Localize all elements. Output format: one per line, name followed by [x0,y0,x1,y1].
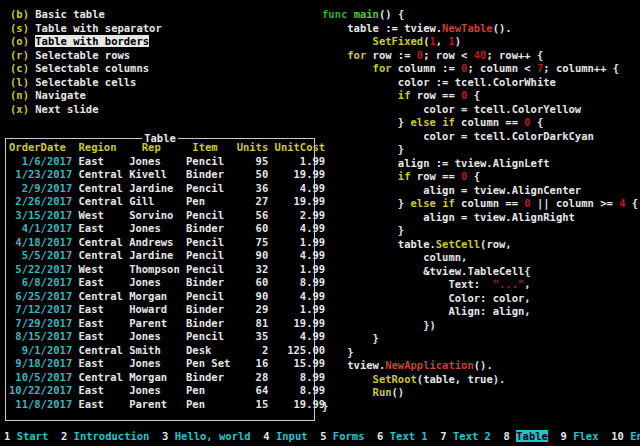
slide-nav-introduction[interactable]: 2 Introduction [61,430,150,442]
code-line: } [322,143,638,157]
cell-units: 36 [237,182,269,194]
cell-item: Pen [186,398,230,410]
menu-item-label: Next slide [35,103,98,115]
slide-nav-forms[interactable]: 5 Forms [320,430,364,442]
cell-region: Central [79,344,123,356]
code-token: ; row < [423,49,474,61]
code-line: } [322,224,638,238]
code-line: table.SetCell(row, [322,238,638,252]
slide-nav-table[interactable]: 8 Table [504,430,548,442]
code-token: || column >= [531,197,620,209]
table-row: 1/6/2017 East Jones Pencil 95 1.99 [9,155,325,169]
table-panel: Table OrderDate Region Rep Item Units Un… [5,138,315,421]
cell-orderdate: 7/12/2017 [9,303,72,315]
code-token: SetCell [436,238,480,250]
code-token: align = tview.AlignCenter [322,184,581,196]
code-token: Text: [322,278,493,290]
menu-item-label: Selectable columns [35,62,149,74]
code-token: for [347,49,366,61]
code-line: } else if column == 0 { [322,116,638,130]
cell-region: East [79,317,123,329]
code-line: SetFixed(1, 1) [322,35,638,49]
code-token: (table, true). [417,373,506,385]
slide-nav-text-2[interactable]: 7 Text 2 [440,430,491,442]
menu-item-table-with-separator[interactable]: (s) Table with separator [10,22,162,36]
menu-item-label: Basic table [35,8,105,20]
slide-number: 9 [561,430,567,442]
slide-nav-hello-world[interactable]: 3 Hello, world [162,430,251,442]
code-token: func [322,8,347,20]
menu-hotkey: (r) [10,49,29,61]
code-line: } else if column == 0 || column >= 4 { [322,197,638,211]
cell-unitcost: 8.99 [275,371,326,383]
code-token: } [322,332,379,344]
cell-item: Pencil [186,209,230,221]
cell-unitcost: 19.99 [275,195,326,207]
cell-orderdate: 7/29/2017 [9,317,72,329]
code-token: Align: align, [322,305,531,317]
source-code: func main() { table := tview.NewTable().… [322,8,638,413]
menu-hotkey: (s) [10,22,29,34]
slide-number: 5 [320,430,326,442]
slide-menu: (b) Basic table(s) Table with separator(… [10,8,162,116]
code-line: } [322,346,638,360]
code-line: &tview.TableCell{ [322,265,638,279]
slide-nav-input[interactable]: 4 Input [263,430,307,442]
cell-orderdate: 1/6/2017 [9,155,72,167]
cell-item: Binder [186,168,230,180]
code-line: align = tview.AlignRight [322,211,638,225]
code-token: table := tview. [322,22,442,34]
slide-nav-text-1[interactable]: 6 Text 1 [377,430,428,442]
code-token: color = tcell.ColorYellow [322,103,581,115]
column-header-units: Units [237,141,269,153]
slide-label: Introduction [74,430,150,442]
code-line: func main() { [322,8,638,22]
table-row: 2/26/2017 Central Gill Pen 27 19.99 [9,195,325,209]
code-line: color = tcell.ColorYellow [322,103,638,117]
cell-item: Binder [186,371,230,383]
cell-item: Pen [186,195,230,207]
cell-region: East [79,330,123,342]
menu-item-table-with-borders[interactable]: (o) Table with borders [10,35,162,49]
menu-item-selectable-columns[interactable]: (c) Selectable columns [10,62,162,76]
cell-region: Central [79,249,123,261]
code-token [322,35,373,47]
cell-units: 32 [237,263,269,275]
menu-item-basic-table[interactable]: (b) Basic table [10,8,162,22]
code-line: tview.NewApplication(). [322,359,638,373]
cell-orderdate: 2/9/2017 [9,182,72,194]
cell-units: 35 [237,330,269,342]
slide-nav-end[interactable]: 10 End [611,430,640,442]
slide-number: 10 [611,430,624,442]
code-line: } [322,400,638,414]
code-token [322,373,373,385]
cell-rep: Jones [129,276,180,288]
menu-item-label: Table with borders [35,35,149,47]
cell-item: Desk [186,344,230,356]
menu-item-selectable-cells[interactable]: (l) Selectable cells [10,76,162,90]
code-line: table := tview.NewTable(). [322,22,638,36]
cell-orderdate: 4/18/2017 [9,236,72,248]
code-line: align := tview.AlignLeft [322,157,638,171]
code-token: SetFixed [373,35,424,47]
code-line: column, [322,251,638,265]
menu-item-next-slide[interactable]: (x) Next slide [10,103,162,117]
cell-rep: Morgan [129,290,180,302]
menu-hotkey: (o) [10,35,29,47]
code-line: SetRoot(table, true). [322,373,638,387]
cell-units: 95 [237,155,269,167]
menu-item-navigate[interactable]: (n) Navigate [10,89,162,103]
slide-label: Hello, world [175,430,251,442]
slide-number: 3 [162,430,168,442]
slide-nav-flex[interactable]: 9 Flex [561,430,599,442]
column-header-item: Item [186,141,230,153]
code-token: Run [373,386,392,398]
slide-label: End [630,430,640,442]
slide-nav-start[interactable]: 1 Start [4,430,48,442]
code-token: } [322,224,404,236]
column-header-unitcost: UnitCost [275,141,326,153]
code-line: color := tcell.ColorWhite [322,76,638,90]
cell-region: Central [79,182,123,194]
menu-item-selectable-rows[interactable]: (r) Selectable rows [10,49,162,63]
code-token: } [322,143,404,155]
